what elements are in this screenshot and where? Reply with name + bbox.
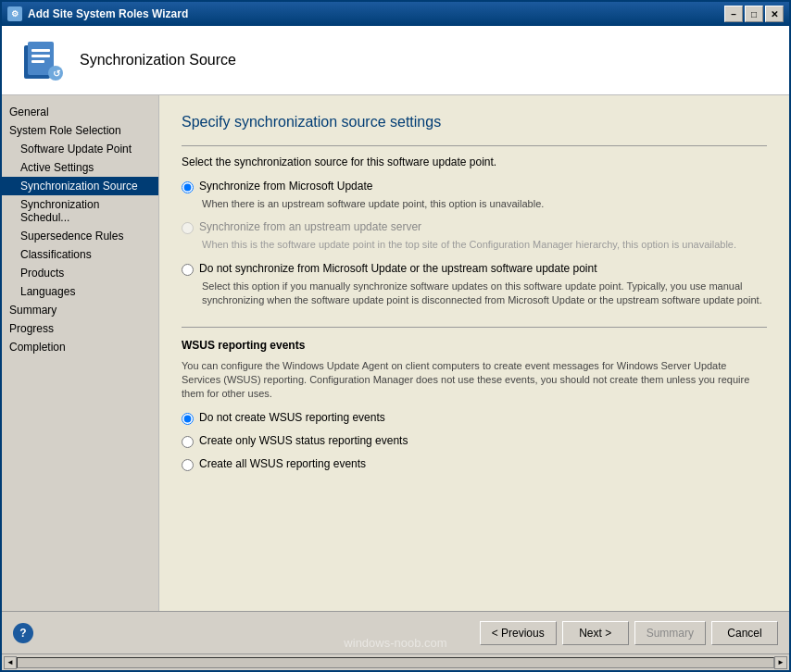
scroll-right-btn[interactable]: ► [774,656,787,669]
wsus-no-create-radio[interactable] [182,413,194,425]
cancel-button[interactable]: Cancel [711,621,778,645]
sidebar-item-system-role-selection[interactable]: System Role Selection [2,121,158,140]
minimize-button[interactable]: – [724,6,743,22]
sync-upstream-desc: When this is the software update point i… [202,238,767,252]
content-description: Select the synchronization source for th… [182,156,767,168]
wizard-header: ↺ Synchronization Source [2,26,789,95]
wizard-footer: ? < Previous Next > Summary Cancel [2,611,789,653]
wsus-section: WSUS reporting events You can configure … [182,327,767,471]
wizard-body: GeneralSystem Role SelectionSoftware Upd… [2,95,789,611]
header-title: Synchronization Source [80,52,236,68]
sidebar-item-completion[interactable]: Completion [2,338,158,356]
sync-option-none: Do not synchronize from Microsoft Update… [182,262,767,276]
footer-left: ? [13,623,33,643]
wsus-all-label: Create all WSUS reporting events [199,457,366,470]
wsus-status-only-label: Create only WSUS status reporting events [199,434,408,447]
svg-text:↺: ↺ [53,68,61,79]
sync-option-upstream: Synchronize from an upstream update serv… [182,220,767,234]
title-bar-controls: – □ ✕ [724,6,784,22]
next-button[interactable]: Next > [562,621,629,645]
previous-button[interactable]: < Previous [480,621,557,645]
content-area: Specify synchronization source settings … [159,95,789,611]
wsus-option-all: Create all WSUS reporting events [182,457,767,471]
sidebar-item-general[interactable]: General [2,103,158,121]
sidebar-item-active-settings[interactable]: Active Settings [2,158,158,177]
content-title: Specify synchronization source settings [182,114,767,131]
scrollbar-track [17,657,774,668]
sync-microsoft-desc: When there is an upstream software updat… [202,197,767,211]
title-bar-icon: ⚙ [7,6,22,21]
sidebar: GeneralSystem Role SelectionSoftware Upd… [2,95,159,611]
sync-upstream-label: Synchronize from an upstream update serv… [199,220,421,233]
sidebar-item-software-update-point[interactable]: Software Update Point [2,140,158,158]
wsus-description: You can configure the Windows Update Age… [182,359,767,402]
title-bar: ⚙ Add Site System Roles Wizard – □ ✕ [2,2,789,26]
wsus-no-create-label: Do not create WSUS reporting events [199,411,385,424]
sidebar-item-synchronization-source[interactable]: Synchronization Source [2,177,158,195]
wsus-status-only-radio[interactable] [182,436,194,448]
footer-right: < Previous Next > Summary Cancel [480,621,778,645]
sync-microsoft-label: Synchronize from Microsoft Update [199,180,372,193]
sidebar-item-classifications[interactable]: Classifications [2,245,158,264]
close-button[interactable]: ✕ [765,6,784,22]
sidebar-item-summary[interactable]: Summary [2,301,158,319]
wsus-title: WSUS reporting events [182,339,767,352]
wizard-header-icon: ↺ [20,38,65,82]
sidebar-item-languages[interactable]: Languages [2,282,158,301]
wsus-option-status-only: Create only WSUS status reporting events [182,434,767,448]
help-button[interactable]: ? [13,623,33,643]
sync-upstream-radio[interactable] [182,222,194,234]
svg-rect-3 [31,55,50,57]
maximize-button[interactable]: □ [745,6,763,22]
title-bar-text: ⚙ Add Site System Roles Wizard [7,6,188,21]
svg-rect-2 [31,49,50,52]
sidebar-item-synchronization-schedule[interactable]: Synchronization Schedul... [2,195,158,227]
sidebar-item-supersedence-rules[interactable]: Supersedence Rules [2,227,158,245]
summary-button[interactable]: Summary [634,621,706,645]
sidebar-item-products[interactable]: Products [2,264,158,282]
svg-rect-4 [31,60,44,63]
sync-none-radio[interactable] [182,264,194,276]
wizard-window: ⚙ Add Site System Roles Wizard – □ ✕ ↺ S… [0,0,791,672]
wsus-option-no-create: Do not create WSUS reporting events [182,411,767,425]
sync-none-label: Do not synchronize from Microsoft Update… [199,262,597,275]
sidebar-item-progress[interactable]: Progress [2,319,158,338]
sync-none-desc: Select this option if you manually synch… [202,280,767,308]
wsus-all-radio[interactable] [182,459,194,471]
top-divider [182,145,767,146]
scroll-left-btn[interactable]: ◄ [4,656,17,669]
title-bar-label: Add Site System Roles Wizard [28,7,188,20]
sync-microsoft-radio[interactable] [182,181,194,193]
sync-option-microsoft: Synchronize from Microsoft Update [182,180,767,193]
scrollbar-area: ◄ ► [2,653,789,670]
